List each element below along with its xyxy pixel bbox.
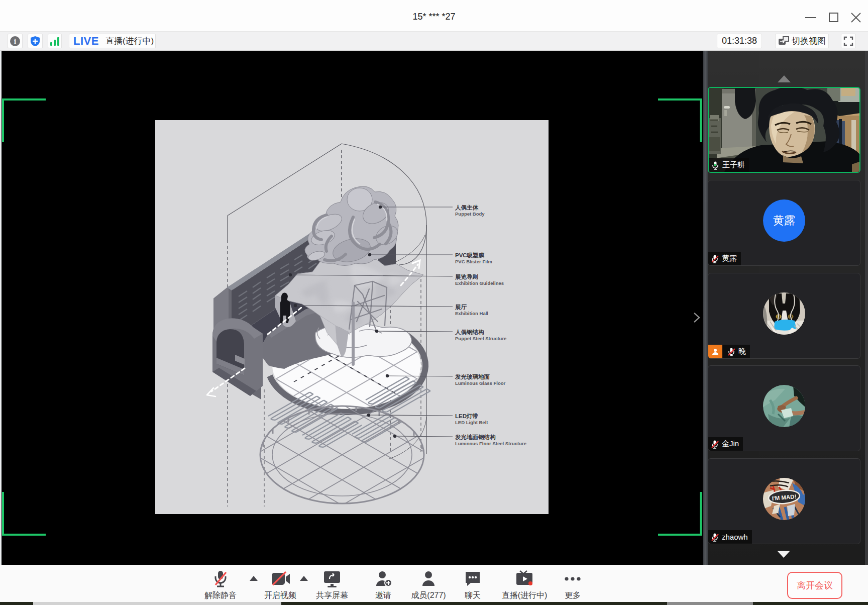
svg-text:Exhibition Hall: Exhibition Hall xyxy=(455,311,488,316)
svg-text:Puppet Steel Structure: Puppet Steel Structure xyxy=(455,336,506,341)
svg-text:Luminous Glass Floor: Luminous Glass Floor xyxy=(455,380,506,386)
svg-text:展览导则: 展览导则 xyxy=(455,274,478,280)
svg-text:LED灯带: LED灯带 xyxy=(455,413,478,419)
svg-text:Luminous Floor Steel Structure: Luminous Floor Steel Structure xyxy=(455,441,526,446)
svg-text:发光玻璃地面: 发光玻璃地面 xyxy=(455,373,490,380)
svg-text:发光地面钢结构: 发光地面钢结构 xyxy=(455,434,496,440)
svg-text:展厅: 展厅 xyxy=(455,304,467,311)
svg-text:i: i xyxy=(14,38,16,45)
svg-text:PVC吸塑膜: PVC吸塑膜 xyxy=(455,252,485,258)
svg-text:Exhibition Guidelines: Exhibition Guidelines xyxy=(455,280,504,286)
svg-text:LED Light Belt: LED Light Belt xyxy=(455,420,488,425)
svg-text:人偶主体: 人偶主体 xyxy=(455,205,479,211)
svg-text:人偶钢结构: 人偶钢结构 xyxy=(455,329,484,336)
svg-text:PVC Blister Film: PVC Blister Film xyxy=(455,259,492,264)
svg-text:Puppet Body: Puppet Body xyxy=(455,211,485,217)
